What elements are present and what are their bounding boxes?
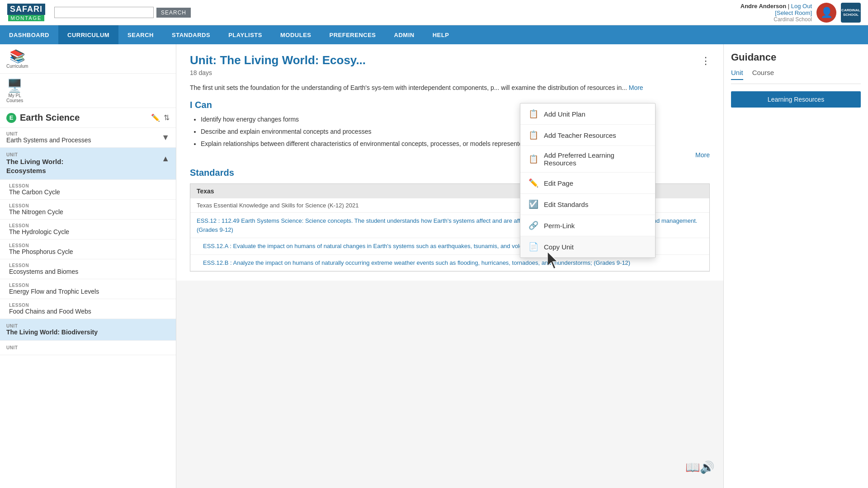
add-unit-plan-label: Add Unit Plan [544,110,585,118]
copy-unit-label: Copy Unit [544,243,574,251]
lesson-label-7: LESSON [9,303,170,308]
add-teacher-resources-icon: 📋 [528,130,538,140]
nav-modules[interactable]: MODULES [271,25,321,44]
right-panel: Guidance Unit Course Learning Resources [723,44,868,488]
avatar: 👤 [816,3,836,23]
active-unit-content: UNIT The Living World:Ecosystems [6,152,161,175]
content-description: The first unit sets the foundation for t… [190,83,710,93]
content-days: 18 days [190,69,710,76]
dropdown-perm-link[interactable]: 🔗 Perm-Link [520,215,655,236]
pl-courses-icon-glyph: 🖥️ [7,78,23,93]
unit-selector-label: UNIT [6,131,91,136]
active-unit-label: UNIT [6,152,161,157]
active-unit-name: The Living World:Ecosystems [6,157,161,175]
unit2-label: UNIT [6,324,170,328]
edit-standards-icon: ☑️ [528,199,538,209]
sidebar-pl-courses[interactable]: 🖥️ My PLCourses [0,74,176,108]
tab-course[interactable]: Course [752,69,774,80]
nav-preferences[interactable]: PREFERENCES [321,25,385,44]
nav-admin[interactable]: ADMIN [385,25,424,44]
perm-link-icon: 🔗 [528,221,538,230]
content-wrapper: ⋮ Unit: The Living World: Ecosy... 18 da… [176,44,723,488]
search-button[interactable]: SEARCH [156,8,191,18]
top-bar: SAFARI MONTAGE SEARCH Andre Anderson | L… [0,0,868,25]
nav-bar: DASHBOARD CURRICULUM SEARCH STANDARDS PL… [0,25,868,44]
sidebar-unit-biodiversity[interactable]: UNIT The Living World: Biodiversity [0,319,176,341]
nav-dashboard[interactable]: DASHBOARD [0,25,58,44]
lesson-name-4: The Phosphorus Cycle [9,248,170,255]
logo-montage[interactable]: MONTAGE [8,15,45,21]
nav-standards[interactable]: STANDARDS [163,25,219,44]
nav-playlists[interactable]: PLAYLISTS [219,25,271,44]
lesson-label-6: LESSON [9,283,170,288]
copy-unit-icon: 📄 [528,242,538,252]
nav-help[interactable]: HELP [424,25,458,44]
add-preferred-resources-label: Add Preferred Learning Resources [544,151,647,167]
sidebar-lesson-nitrogen[interactable]: LESSON The Nitrogen Cycle [0,200,176,220]
lesson-name-5: Ecosystems and Biomes [9,268,170,275]
sidebar-lesson-energy[interactable]: LESSON Energy Flow and Trophic Levels [0,279,176,299]
sidebar-lesson-hydrologic[interactable]: LESSON The Hydrologic Cycle [0,220,176,239]
kebab-menu-button[interactable]: ⋮ [697,53,714,69]
search-bar: SEARCH [54,7,191,18]
edit-icon[interactable]: ✏️ [151,113,160,122]
right-panel-tabs: Unit Course [731,69,861,84]
school-badge: CARDINALSCHOOL [841,3,861,23]
search-input[interactable] [54,7,154,18]
sidebar-active-unit[interactable]: UNIT The Living World:Ecosystems ▲ [0,148,176,180]
sidebar-lesson-ecosystems[interactable]: LESSON Ecosystems and Biomes [0,259,176,279]
user-info: Andre Anderson | Log Out [Select Room] C… [741,3,861,23]
avatar-icon: 👤 [821,7,833,19]
desc-more-link[interactable]: More [629,84,643,91]
edit-standards-label: Edit Standards [544,201,588,208]
user-name-logout: Andre Anderson | Log Out [741,3,812,9]
perm-link-label: Perm-Link [544,222,575,230]
sidebar-lesson-phosphorus[interactable]: LESSON The Phosphorus Cycle [0,239,176,259]
curriculum-label: Curriculum [6,64,28,69]
nav-curriculum[interactable]: CURRICULUM [58,25,118,44]
lesson-name-7: Food Chains and Food Webs [9,308,170,315]
dropdown-add-teacher-resources[interactable]: 📋 Add Teacher Resources [520,125,655,146]
add-unit-plan-icon: 📋 [528,109,538,119]
dropdown-menu: 📋 Add Unit Plan 📋 Add Teacher Resources … [520,103,656,258]
nav-search[interactable]: SEARCH [118,25,163,44]
curriculum-icon-glyph: 📚 [9,49,25,64]
edit-page-label: Edit Page [544,179,573,187]
logo: SAFARI MONTAGE [7,4,45,21]
main-layout: 📚 Curriculum 🖥️ My PLCourses E Earth Sci… [0,44,868,488]
add-teacher-resources-label: Add Teacher Resources [544,131,616,139]
sidebar-lesson-carbon[interactable]: LESSON The Carbon Cycle [0,180,176,200]
dropdown-edit-standards[interactable]: ☑️ Edit Standards [520,194,655,215]
sidebar-unit-3[interactable]: UNIT [0,341,176,355]
select-room-row: [Select Room] [741,9,812,16]
select-room-link[interactable]: [Select Room] [775,9,812,16]
learning-resources-button[interactable]: Learning Resources [731,91,861,108]
unit-selector-arrow[interactable]: ▼ [161,133,170,142]
sidebar-lesson-food-chains[interactable]: LESSON Food Chains and Food Webs [0,299,176,319]
dropdown-edit-page[interactable]: ✏️ Edit Page [520,173,655,194]
lesson-name-3: The Hydrologic Cycle [9,228,170,235]
sidebar-title[interactable]: Earth Science [20,113,147,123]
active-unit-arrow[interactable]: ▲ [161,154,170,164]
unit3-label: UNIT [6,345,170,350]
lesson-label-1: LESSON [9,183,170,188]
unit-selector-name: Earth Systems and Processes [6,136,91,144]
unit-selector-content: UNIT Earth Systems and Processes [6,131,91,144]
sidebar-unit-selector[interactable]: UNIT Earth Systems and Processes ▼ [0,128,176,148]
collapse-icon[interactable]: ⇅ [164,113,170,122]
add-preferred-resources-icon: 📋 [528,154,538,164]
tab-unit[interactable]: Unit [731,69,743,80]
logo-safari[interactable]: SAFARI [7,4,45,15]
sidebar: 📚 Curriculum 🖥️ My PLCourses E Earth Sci… [0,44,176,488]
logout-link[interactable]: Log Out [791,3,812,9]
lesson-name-2: The Nitrogen Cycle [9,208,170,216]
lesson-label-3: LESSON [9,223,170,228]
dropdown-copy-unit[interactable]: 📄 Copy Unit [520,236,655,258]
dropdown-add-unit-plan[interactable]: 📋 Add Unit Plan [520,103,655,125]
dropdown-add-preferred-resources[interactable]: 📋 Add Preferred Learning Resources [520,146,655,173]
user-details: Andre Anderson | Log Out [Select Room] C… [741,3,812,23]
content-title: Unit: The Living World: Ecosy... [190,53,710,67]
lesson-name-1: The Carbon Cycle [9,188,170,196]
pl-courses-icon: 🖥️ My PLCourses [6,78,23,103]
lesson-label-4: LESSON [9,243,170,248]
